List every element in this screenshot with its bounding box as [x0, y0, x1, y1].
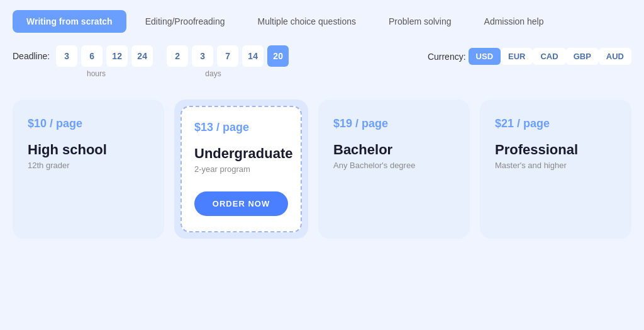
deadline-day-btn[interactable]: 2 — [167, 45, 188, 67]
card-2: $19 / pageBachelorAny Bachelor's degree — [318, 100, 470, 239]
card-inner-1: $13 / pageUndergraduate2-year programORD… — [180, 106, 302, 232]
card-3: $21 / pageProfessionalMaster's and highe… — [480, 100, 631, 239]
currency-section: Currency: USDEURCADGBPAUD — [428, 45, 631, 65]
card-title: Bachelor — [333, 142, 455, 158]
top-controls: Deadline: 3612242371420 hours days Curre… — [13, 45, 631, 88]
card-price: $19 / page — [333, 117, 455, 130]
card-title: High school — [28, 142, 149, 158]
deadline-day-btn[interactable]: 3 — [192, 45, 213, 67]
currency-label: Currency: — [428, 52, 466, 62]
card-subtitle: 2-year program — [194, 164, 288, 174]
tab-btn[interactable]: Editing/Proofreading — [131, 10, 239, 33]
deadline-hour-btn[interactable]: 24 — [131, 45, 153, 67]
card-price: $21 / page — [495, 117, 616, 130]
card-0: $10 / pageHigh school12th grader — [13, 100, 164, 239]
days-label: days — [152, 69, 274, 78]
tab-btn[interactable]: Writing from scratch — [13, 10, 126, 33]
tab-btn[interactable]: Multiple choice questions — [244, 10, 370, 33]
tab-btn[interactable]: Problem solving — [375, 10, 465, 33]
deadline-day-btn[interactable]: 7 — [217, 45, 238, 67]
currency-btn-cad[interactable]: CAD — [533, 48, 565, 65]
tabs-row: Writing from scratchEditing/Proofreading… — [13, 10, 631, 33]
deadline-section: Deadline: 3612242371420 hours days — [13, 45, 289, 88]
period-labels: hours days — [48, 69, 289, 78]
card-title: Undergraduate — [194, 145, 288, 162]
currency-btn-aud[interactable]: AUD — [599, 48, 631, 65]
order-now-button[interactable]: ORDER NOW — [194, 191, 288, 216]
card-title: Professional — [495, 142, 616, 158]
tab-btn[interactable]: Admission help — [470, 10, 558, 33]
deadline-hour-btn[interactable]: 12 — [106, 45, 128, 67]
card-subtitle: 12th grader — [28, 161, 149, 170]
card-subtitle: Master's and higher — [495, 161, 616, 170]
deadline-day-btn[interactable]: 20 — [267, 45, 289, 67]
currency-btn-eur[interactable]: EUR — [501, 48, 533, 65]
card-1: $13 / pageUndergraduate2-year programORD… — [174, 100, 308, 239]
card-subtitle: Any Bachelor's degree — [333, 161, 455, 170]
deadline-label: Deadline: — [13, 51, 50, 61]
order-btn-wrapper: ORDER NOW — [194, 174, 288, 216]
deadline-hour-btn[interactable]: 6 — [81, 45, 103, 67]
card-price: $13 / page — [194, 121, 288, 134]
currency-btn-usd[interactable]: USD — [469, 48, 501, 65]
deadline-hour-btn[interactable]: 3 — [56, 45, 77, 67]
deadline-row: Deadline: 3612242371420 — [13, 45, 289, 67]
card-price: $10 / page — [28, 117, 149, 130]
hours-label: hours — [48, 69, 145, 78]
cards-row: $10 / pageHigh school12th grader$13 / pa… — [13, 100, 631, 239]
currency-btn-gbp[interactable]: GBP — [566, 48, 599, 65]
deadline-day-btn[interactable]: 14 — [242, 45, 264, 67]
